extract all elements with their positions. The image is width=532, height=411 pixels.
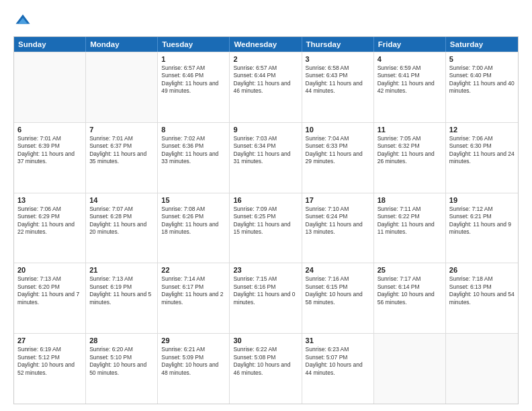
calendar-cell: 10Sunrise: 7:04 AM Sunset: 6:33 PM Dayli…: [302, 123, 374, 193]
calendar-week-4: 20Sunrise: 7:13 AM Sunset: 6:20 PM Dayli…: [14, 263, 518, 333]
cell-date-number: 29: [161, 336, 226, 345]
calendar-header: SundayMondayTuesdayWednesdayThursdayFrid…: [14, 37, 518, 52]
cell-date-number: 30: [233, 336, 298, 345]
calendar-header-thursday: Thursday: [302, 37, 374, 52]
cell-sun-info: Sunrise: 7:08 AM Sunset: 6:26 PM Dayligh…: [161, 205, 226, 236]
cell-sun-info: Sunrise: 7:06 AM Sunset: 6:29 PM Dayligh…: [17, 205, 82, 236]
calendar-header-monday: Monday: [86, 37, 158, 52]
calendar-cell: [446, 334, 518, 404]
cell-date-number: 20: [17, 266, 82, 274]
calendar-cell: 12Sunrise: 7:06 AM Sunset: 6:30 PM Dayli…: [446, 123, 518, 193]
cell-date-number: 26: [449, 266, 515, 274]
calendar-cell: 8Sunrise: 7:02 AM Sunset: 6:36 PM Daylig…: [158, 123, 230, 193]
cell-date-number: 22: [161, 266, 226, 274]
cell-sun-info: Sunrise: 7:10 AM Sunset: 6:24 PM Dayligh…: [306, 205, 370, 236]
calendar-cell: 16Sunrise: 7:09 AM Sunset: 6:25 PM Dayli…: [230, 193, 302, 263]
cell-sun-info: Sunrise: 6:23 AM Sunset: 5:07 PM Dayligh…: [306, 346, 370, 377]
calendar-cell: 27Sunrise: 6:19 AM Sunset: 5:12 PM Dayli…: [14, 334, 86, 404]
logo: [13, 12, 35, 31]
calendar-cell: [14, 52, 86, 122]
cell-sun-info: Sunrise: 7:18 AM Sunset: 6:13 PM Dayligh…: [449, 275, 515, 306]
calendar-cell: 22Sunrise: 7:14 AM Sunset: 6:17 PM Dayli…: [158, 263, 230, 333]
cell-sun-info: Sunrise: 7:02 AM Sunset: 6:36 PM Dayligh…: [161, 135, 226, 166]
cell-sun-info: Sunrise: 7:12 AM Sunset: 6:21 PM Dayligh…: [449, 205, 515, 236]
cell-sun-info: Sunrise: 7:13 AM Sunset: 6:20 PM Dayligh…: [17, 275, 82, 306]
cell-date-number: 16: [233, 196, 298, 204]
cell-sun-info: Sunrise: 6:59 AM Sunset: 6:41 PM Dayligh…: [378, 64, 442, 95]
calendar-cell: [374, 334, 446, 404]
calendar-week-3: 13Sunrise: 7:06 AM Sunset: 6:29 PM Dayli…: [14, 193, 518, 263]
cell-sun-info: Sunrise: 7:06 AM Sunset: 6:30 PM Dayligh…: [449, 135, 515, 166]
cell-date-number: 5: [449, 55, 515, 63]
cell-date-number: 12: [449, 126, 515, 134]
calendar-cell: 30Sunrise: 6:22 AM Sunset: 5:08 PM Dayli…: [230, 334, 302, 404]
calendar-cell: 2Sunrise: 6:57 AM Sunset: 6:44 PM Daylig…: [230, 52, 302, 122]
cell-sun-info: Sunrise: 7:01 AM Sunset: 6:39 PM Dayligh…: [17, 135, 82, 166]
cell-sun-info: Sunrise: 7:03 AM Sunset: 6:34 PM Dayligh…: [233, 135, 298, 166]
cell-date-number: 24: [306, 266, 370, 274]
calendar-week-1: 1Sunrise: 6:57 AM Sunset: 6:46 PM Daylig…: [14, 52, 518, 122]
calendar-cell: 24Sunrise: 7:16 AM Sunset: 6:15 PM Dayli…: [302, 263, 374, 333]
cell-sun-info: Sunrise: 7:07 AM Sunset: 6:28 PM Dayligh…: [89, 205, 154, 236]
calendar-cell: 9Sunrise: 7:03 AM Sunset: 6:34 PM Daylig…: [230, 123, 302, 193]
cell-date-number: 7: [89, 126, 154, 134]
calendar-header-tuesday: Tuesday: [158, 37, 230, 52]
calendar-cell: 11Sunrise: 7:05 AM Sunset: 6:32 PM Dayli…: [374, 123, 446, 193]
cell-date-number: 23: [233, 266, 298, 274]
calendar-header-sunday: Sunday: [14, 37, 86, 52]
cell-sun-info: Sunrise: 7:09 AM Sunset: 6:25 PM Dayligh…: [233, 205, 298, 236]
cell-sun-info: Sunrise: 7:16 AM Sunset: 6:15 PM Dayligh…: [306, 275, 370, 306]
cell-date-number: 14: [89, 196, 154, 204]
cell-sun-info: Sunrise: 6:58 AM Sunset: 6:43 PM Dayligh…: [306, 64, 370, 95]
cell-sun-info: Sunrise: 7:04 AM Sunset: 6:33 PM Dayligh…: [306, 135, 370, 166]
cell-date-number: 6: [17, 126, 82, 134]
calendar-cell: [86, 52, 158, 122]
calendar-cell: 4Sunrise: 6:59 AM Sunset: 6:41 PM Daylig…: [374, 52, 446, 122]
cell-date-number: 1: [161, 55, 226, 63]
calendar-body: 1Sunrise: 6:57 AM Sunset: 6:46 PM Daylig…: [14, 52, 518, 404]
cell-sun-info: Sunrise: 7:17 AM Sunset: 6:14 PM Dayligh…: [378, 275, 442, 306]
calendar-cell: 28Sunrise: 6:20 AM Sunset: 5:10 PM Dayli…: [86, 334, 158, 404]
cell-date-number: 28: [89, 336, 154, 345]
calendar-header-saturday: Saturday: [446, 37, 518, 52]
cell-date-number: 8: [161, 126, 226, 134]
calendar-cell: 7Sunrise: 7:01 AM Sunset: 6:37 PM Daylig…: [86, 123, 158, 193]
cell-date-number: 21: [89, 266, 154, 274]
cell-sun-info: Sunrise: 6:21 AM Sunset: 5:09 PM Dayligh…: [161, 346, 226, 377]
cell-sun-info: Sunrise: 7:14 AM Sunset: 6:17 PM Dayligh…: [161, 275, 226, 306]
cell-sun-info: Sunrise: 7:00 AM Sunset: 6:40 PM Dayligh…: [449, 64, 515, 95]
cell-date-number: 10: [306, 126, 370, 134]
cell-sun-info: Sunrise: 7:11 AM Sunset: 6:22 PM Dayligh…: [378, 205, 442, 236]
calendar: SundayMondayTuesdayWednesdayThursdayFrid…: [13, 36, 519, 404]
calendar-cell: 21Sunrise: 7:13 AM Sunset: 6:19 PM Dayli…: [86, 263, 158, 333]
generalblue-icon: [13, 12, 32, 31]
calendar-cell: 18Sunrise: 7:11 AM Sunset: 6:22 PM Dayli…: [374, 193, 446, 263]
cell-sun-info: Sunrise: 7:05 AM Sunset: 6:32 PM Dayligh…: [378, 135, 442, 166]
cell-sun-info: Sunrise: 7:01 AM Sunset: 6:37 PM Dayligh…: [89, 135, 154, 166]
calendar-cell: 31Sunrise: 6:23 AM Sunset: 5:07 PM Dayli…: [302, 334, 374, 404]
cell-date-number: 27: [17, 336, 82, 345]
cell-date-number: 17: [306, 196, 370, 204]
calendar-cell: 15Sunrise: 7:08 AM Sunset: 6:26 PM Dayli…: [158, 193, 230, 263]
cell-date-number: 19: [449, 196, 515, 204]
calendar-cell: 1Sunrise: 6:57 AM Sunset: 6:46 PM Daylig…: [158, 52, 230, 122]
calendar-cell: 23Sunrise: 7:15 AM Sunset: 6:16 PM Dayli…: [230, 263, 302, 333]
cell-sun-info: Sunrise: 7:15 AM Sunset: 6:16 PM Dayligh…: [233, 275, 298, 306]
cell-sun-info: Sunrise: 6:57 AM Sunset: 6:46 PM Dayligh…: [161, 64, 226, 95]
cell-sun-info: Sunrise: 7:13 AM Sunset: 6:19 PM Dayligh…: [89, 275, 154, 306]
calendar-cell: 5Sunrise: 7:00 AM Sunset: 6:40 PM Daylig…: [446, 52, 518, 122]
cell-date-number: 25: [378, 266, 442, 274]
calendar-week-5: 27Sunrise: 6:19 AM Sunset: 5:12 PM Dayli…: [14, 333, 518, 404]
cell-date-number: 2: [233, 55, 298, 63]
cell-date-number: 18: [378, 196, 442, 204]
cell-date-number: 9: [233, 126, 298, 134]
cell-date-number: 11: [378, 126, 442, 134]
calendar-week-2: 6Sunrise: 7:01 AM Sunset: 6:39 PM Daylig…: [14, 122, 518, 193]
calendar-cell: 6Sunrise: 7:01 AM Sunset: 6:39 PM Daylig…: [14, 123, 86, 193]
calendar-cell: 26Sunrise: 7:18 AM Sunset: 6:13 PM Dayli…: [446, 263, 518, 333]
calendar-cell: 3Sunrise: 6:58 AM Sunset: 6:43 PM Daylig…: [302, 52, 374, 122]
calendar-cell: 20Sunrise: 7:13 AM Sunset: 6:20 PM Dayli…: [14, 263, 86, 333]
cell-date-number: 13: [17, 196, 82, 204]
cell-date-number: 4: [378, 55, 442, 63]
cell-date-number: 15: [161, 196, 226, 204]
